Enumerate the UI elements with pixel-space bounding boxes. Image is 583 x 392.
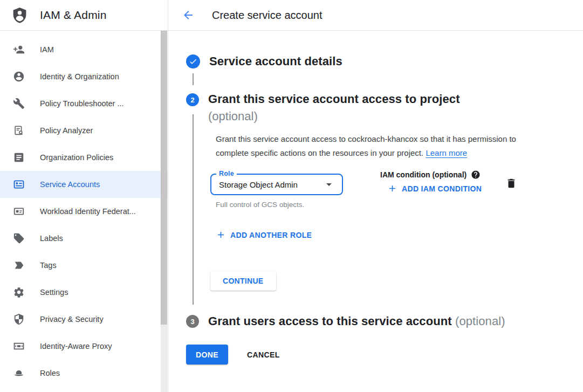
- sidebar-item-label: Privacy & Security: [40, 315, 104, 324]
- add-iam-condition-label: ADD IAM CONDITION: [402, 184, 482, 193]
- step-2-header: 2 Grant this service account access to p…: [186, 91, 583, 126]
- article-icon: [13, 152, 25, 163]
- sidebar-item-labels[interactable]: Labels: [0, 225, 168, 252]
- plus-icon: [387, 183, 397, 194]
- learn-more-link[interactable]: Learn more: [426, 148, 467, 157]
- add-iam-condition-button[interactable]: ADD IAM CONDITION: [380, 183, 482, 194]
- main-panel: Create service account Service account d…: [168, 0, 583, 392]
- sidebar-item-label: Policy Analyzer: [40, 126, 93, 135]
- role-select[interactable]: Role Storage Object Admin: [210, 174, 343, 195]
- done-button[interactable]: DONE: [186, 345, 228, 365]
- content-header: Create service account: [168, 0, 583, 31]
- description-text: Grant this service account access to coc…: [216, 134, 516, 157]
- role-row: Role Storage Object Admin Full control o…: [210, 174, 583, 209]
- person-add-icon: [13, 44, 25, 56]
- sidebar: IAM & Admin IAM Identity & Organization …: [0, 0, 168, 392]
- sidebar-item-label: Labels: [40, 234, 63, 243]
- wizard: Service account details 2 Grant this ser…: [168, 31, 583, 365]
- app-title: IAM & Admin: [40, 9, 107, 22]
- iam-condition-label: IAM condition (optional): [380, 170, 467, 179]
- sidebar-item-label: Organization Policies: [40, 153, 113, 162]
- sidebar-item-label: Policy Troubleshooter ...: [40, 99, 124, 108]
- sidebar-item-service-accounts[interactable]: Service Accounts: [0, 171, 168, 198]
- wrench-icon: [13, 98, 25, 109]
- sidebar-item-label: Roles: [40, 369, 60, 377]
- proxy-icon: [13, 340, 25, 352]
- document-search-icon: [13, 125, 25, 136]
- step-2-title: Grant this service account access to pro…: [208, 91, 460, 107]
- sidebar-scrollbar-track: [161, 31, 167, 392]
- step-2-number: 2: [186, 93, 199, 106]
- sidebar-item-privacy-security[interactable]: Privacy & Security: [0, 306, 168, 333]
- sidebar-item-label: Identity-Aware Proxy: [40, 342, 112, 350]
- sidebar-header: IAM & Admin: [0, 0, 168, 31]
- continue-button[interactable]: CONTINUE: [210, 271, 276, 291]
- check-icon: [186, 54, 200, 68]
- sidebar-item-label: Identity & Organization: [40, 72, 119, 81]
- plus-icon: [216, 230, 226, 240]
- page-title: Create service account: [212, 9, 323, 22]
- app-window: IAM & Admin IAM Identity & Organization …: [0, 0, 583, 392]
- tag-arrow-icon: [13, 259, 25, 271]
- cancel-button[interactable]: CANCEL: [245, 346, 282, 363]
- gear-icon: [13, 286, 25, 298]
- step-2-body: Grant this service account access to coc…: [210, 132, 583, 291]
- badge-card-icon: [13, 205, 25, 217]
- chevron-down-icon: [323, 178, 335, 191]
- sidebar-item-workload-identity-federation[interactable]: Workload Identity Federat...: [0, 198, 168, 225]
- sidebar-item-label: Workload Identity Federat...: [40, 207, 136, 216]
- back-arrow-icon[interactable]: [182, 9, 195, 22]
- sidebar-item-label: Tags: [40, 261, 57, 270]
- step-3-optional-label: (optional): [455, 314, 505, 328]
- help-icon[interactable]: [471, 170, 481, 180]
- role-field-label: Role: [216, 170, 237, 177]
- footer-actions: DONE CANCEL: [186, 345, 583, 365]
- step-3-title: Grant users access to this service accou…: [208, 314, 505, 328]
- service-account-icon: [13, 178, 25, 190]
- add-another-role-label: ADD ANOTHER ROLE: [230, 231, 312, 239]
- sidebar-item-identity-aware-proxy[interactable]: Identity-Aware Proxy: [0, 333, 168, 360]
- trash-icon[interactable]: [505, 177, 517, 190]
- role-selected-value: Storage Object Admin: [219, 180, 298, 189]
- sidebar-item-label: Settings: [40, 288, 68, 297]
- sidebar-item-policy-troubleshooter[interactable]: Policy Troubleshooter ...: [0, 90, 168, 117]
- account-circle-icon: [13, 71, 25, 82]
- role-helper-text: Full control of GCS objects.: [216, 201, 343, 209]
- step-2-description: Grant this service account access to coc…: [216, 132, 533, 160]
- shield-half-icon: [13, 313, 25, 325]
- sidebar-item-tags[interactable]: Tags: [0, 252, 168, 279]
- sidebar-item-identity-organization[interactable]: Identity & Organization: [0, 63, 168, 90]
- step-3-number: 3: [186, 315, 199, 328]
- sidebar-item-settings[interactable]: Settings: [0, 279, 168, 306]
- hat-icon: [13, 367, 25, 379]
- iam-condition-section: IAM condition (optional) ADD IAM CONDITI…: [380, 170, 482, 194]
- step-1-header[interactable]: Service account details: [186, 54, 583, 68]
- sidebar-item-organization-policies[interactable]: Organization Policies: [0, 144, 168, 171]
- shield-person-icon: [11, 5, 28, 25]
- step-1-title: Service account details: [209, 54, 342, 68]
- sidebar-nav: IAM Identity & Organization Policy Troub…: [0, 31, 168, 387]
- sidebar-item-iam[interactable]: IAM: [0, 36, 168, 63]
- label-icon: [13, 232, 25, 244]
- sidebar-item-policy-analyzer[interactable]: Policy Analyzer: [0, 117, 168, 144]
- step-2-optional-label: (optional): [208, 107, 460, 126]
- sidebar-item-label: IAM: [40, 45, 54, 54]
- add-another-role-button[interactable]: ADD ANOTHER ROLE: [216, 230, 583, 240]
- sidebar-scrollbar[interactable]: [161, 31, 167, 325]
- sidebar-item-label: Service Accounts: [40, 180, 100, 189]
- step-3-header[interactable]: 3 Grant users access to this service acc…: [186, 314, 583, 328]
- sidebar-item-roles[interactable]: Roles: [0, 360, 168, 387]
